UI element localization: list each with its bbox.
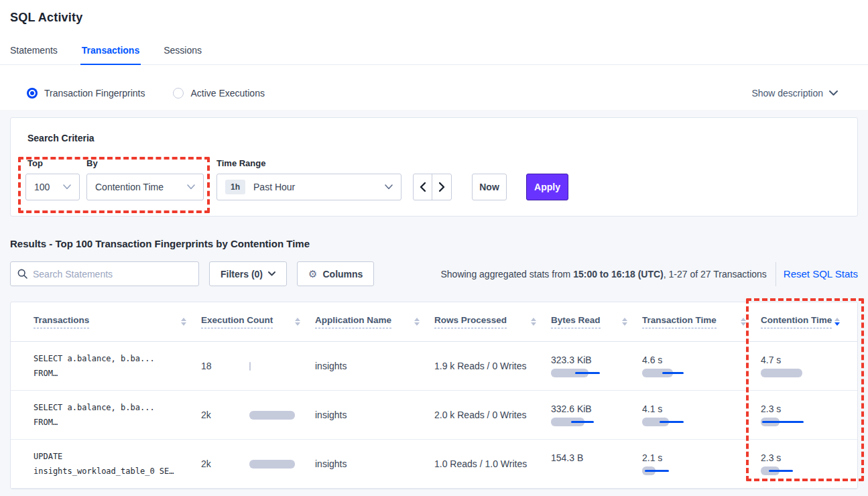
header-application-name: Application Name [315,315,434,328]
execution-count-cell: 2k [201,458,315,469]
aggregated-stats-text: Showing aggregated stats from 15:00 to 1… [440,269,766,280]
table-header-row: Transactions Execution Count Application… [11,302,857,342]
gear-icon: ⚙ [308,268,317,280]
application-name-cell: insights [315,410,434,420]
results-heading: Results - Top 100 Transaction Fingerprin… [10,238,858,249]
contention-time-bar [761,418,822,426]
search-criteria-panel: Search Criteria Top 100 By Contention Ti… [10,117,858,216]
radio-active-executions[interactable]: Active Executions [173,88,265,99]
sort-icon[interactable] [181,318,186,326]
apply-button[interactable]: Apply [526,174,568,200]
time-range-value: Past Hour [253,182,295,192]
column-label[interactable]: Rows Processed [434,315,507,328]
radio-transaction-fingerprints[interactable]: Transaction Fingerprints [27,88,145,99]
columns-button[interactable]: ⚙ Columns [297,261,374,286]
results-toolbar: Filters (0) ⚙ Columns Showing aggregated… [10,261,858,286]
chevron-down-icon [63,184,71,190]
tab-sessions[interactable]: Sessions [164,45,202,64]
table-row: UPDATE insights_workload_table_0 SE… 2k … [11,440,857,489]
column-label[interactable]: Contention Time [761,315,832,328]
tab-transactions[interactable]: Transactions [82,45,139,64]
column-label[interactable]: Transactions [34,315,89,328]
contention-time-bar [761,369,822,377]
radio-selected-icon [27,88,38,99]
top-select[interactable]: 100 [25,174,80,200]
time-range-badge: 1h [225,180,245,194]
page-title: SQL Activity [0,0,868,25]
transaction-time-bar [642,467,704,475]
transaction-time-bar [642,418,704,426]
search-criteria-heading: Search Criteria [27,133,95,143]
column-label[interactable]: Application Name [315,315,391,328]
reset-sql-stats-link[interactable]: Reset SQL Stats [784,268,858,280]
column-label[interactable]: Execution Count [201,315,273,328]
time-range-select[interactable]: 1h Past Hour [216,174,401,200]
contention-time-bar [761,467,822,475]
bytes-read-bar [551,369,613,377]
view-toggle-bar: Transaction Fingerprints Active Executio… [0,76,868,110]
sort-icon[interactable] [295,318,300,326]
stats-time-range: 15:00 to 16:18 (UTC) [573,269,664,280]
show-description-toggle[interactable]: Show description [751,88,838,99]
tab-bar: Statements Transactions Sessions [10,45,202,64]
transaction-fingerprint-link[interactable]: SELECT a.balance, b.ba... FROM… [34,351,201,381]
by-label: By [86,158,98,168]
application-name-cell: insights [315,458,434,469]
header-bytes-read: Bytes Read [551,315,642,328]
chevron-left-icon [420,182,426,192]
chevron-down-icon [187,184,195,190]
rows-processed-cell: 1.9 k Reads / 0 Writes [434,361,551,371]
execution-count-bar [249,362,296,371]
header-execution-count: Execution Count [201,315,315,328]
execution-count-bar [249,411,296,420]
sort-icon[interactable] [531,318,536,326]
column-label[interactable]: Bytes Read [551,315,601,328]
tab-statements[interactable]: Statements [10,45,58,64]
search-icon [17,269,27,279]
table-row: SELECT a.balance, b.ba... FROM… 18 insig… [11,342,857,391]
transaction-fingerprint-link[interactable]: UPDATE insights_workload_table_0 SE… [34,449,201,479]
toolbar-divider [776,262,776,286]
chevron-down-icon [829,90,838,96]
chevron-down-icon [385,184,393,190]
by-select[interactable]: Contention Time [86,174,204,200]
next-time-button[interactable] [432,174,451,200]
sort-icon-active-desc[interactable] [834,318,840,326]
search-input[interactable] [33,269,192,280]
page-header: SQL Activity Statements Transactions Ses… [0,0,868,65]
by-select-value: Contention Time [95,182,164,192]
contention-time-cell: 2.3 s [761,404,855,426]
application-name-cell: insights [315,361,434,371]
time-range-label: Time Range [216,158,265,168]
prev-time-button[interactable] [414,174,432,200]
time-range-nav [413,174,452,200]
page-body: Transaction Fingerprints Active Executio… [0,76,868,496]
columns-label: Columns [322,269,363,280]
filters-button[interactable]: Filters (0) [209,261,287,286]
transaction-fingerprint-link[interactable]: SELECT a.balance, b.ba... FROM… [34,400,201,430]
top-label: Top [27,158,43,168]
column-label[interactable]: Transaction Time [642,315,717,328]
sort-icon[interactable] [741,318,746,326]
chevron-right-icon [439,182,445,192]
bytes-read-bar [551,467,613,475]
rows-processed-cell: 1.0 Reads / 1.0 Writes [434,458,551,469]
now-button[interactable]: Now [472,174,507,200]
execution-count-bar [249,460,296,469]
execution-count-cell: 2k [201,410,315,420]
transaction-time-cell: 2.1 s [642,452,761,475]
radio-label: Active Executions [190,88,265,99]
contention-time-cell: 4.7 s [761,355,855,377]
radio-label: Transaction Fingerprints [44,88,145,99]
sort-icon[interactable] [622,318,627,326]
table-row: SELECT a.balance, b.ba... FROM… 2k insig… [11,391,857,440]
transaction-time-bar [642,369,704,377]
top-select-value: 100 [34,182,50,192]
bytes-read-cell: 323.3 KiB [551,355,642,377]
header-transactions: Transactions [34,315,201,328]
sort-icon[interactable] [414,318,420,326]
execution-count-cell: 18 [201,361,315,371]
header-contention-time: Contention Time [761,315,855,328]
transaction-time-cell: 4.6 s [642,355,761,377]
transaction-time-cell: 4.1 s [642,404,761,426]
